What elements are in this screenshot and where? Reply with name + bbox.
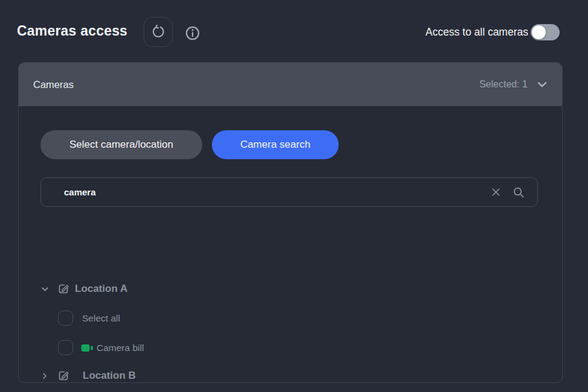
cameras-panel: Cameras Selected: 1 Select camera/locati…	[18, 62, 563, 383]
magnifier-icon[interactable]	[512, 186, 525, 199]
location-label[interactable]: Location B	[83, 370, 136, 382]
refresh-icon	[150, 24, 166, 40]
access-all-cameras-label: Access to all cameras	[426, 26, 528, 39]
panel-title: Cameras	[33, 79, 74, 90]
info-icon	[184, 25, 201, 42]
tab-camera-search[interactable]: Camera search	[212, 130, 339, 159]
select-all-label[interactable]: Select all	[82, 313, 120, 324]
chevron-down-icon[interactable]	[40, 285, 50, 294]
refresh-button[interactable]	[144, 17, 173, 47]
edit-icon[interactable]	[57, 282, 70, 296]
select-all-checkbox[interactable]	[58, 311, 73, 326]
selected-count-badge: Selected: 1	[479, 79, 528, 90]
toggle-knob	[532, 25, 546, 39]
camera-search-box	[40, 177, 538, 207]
chevron-down-icon[interactable]	[535, 78, 549, 91]
camera-name-label[interactable]: Camera bill	[97, 343, 144, 353]
cameras-panel-header[interactable]: Cameras Selected: 1	[19, 63, 562, 106]
location-label[interactable]: Location A	[75, 283, 127, 295]
tree-row-select-all: Select all	[58, 311, 120, 326]
tree-row-camera-bill: Camera bill	[58, 340, 144, 355]
tree-row-location-b: Location B	[40, 369, 136, 382]
camera-checkbox[interactable]	[58, 340, 73, 355]
info-button[interactable]	[184, 24, 202, 42]
tree-row-location-a: Location A	[40, 282, 127, 296]
page-title: Cameras access	[17, 23, 127, 39]
edit-icon[interactable]	[57, 369, 70, 382]
camera-search-input[interactable]	[41, 187, 490, 197]
access-all-cameras-control: Access to all cameras	[426, 24, 560, 40]
tab-select-camera-location[interactable]: Select camera/location	[40, 130, 202, 159]
chevron-right-icon[interactable]	[40, 371, 49, 381]
clear-x-icon[interactable]	[490, 186, 502, 198]
access-all-cameras-toggle[interactable]	[531, 24, 560, 40]
cameras-access-page: Cameras access Access to all cameras Cam…	[0, 0, 588, 392]
camera-video-icon	[81, 343, 94, 353]
